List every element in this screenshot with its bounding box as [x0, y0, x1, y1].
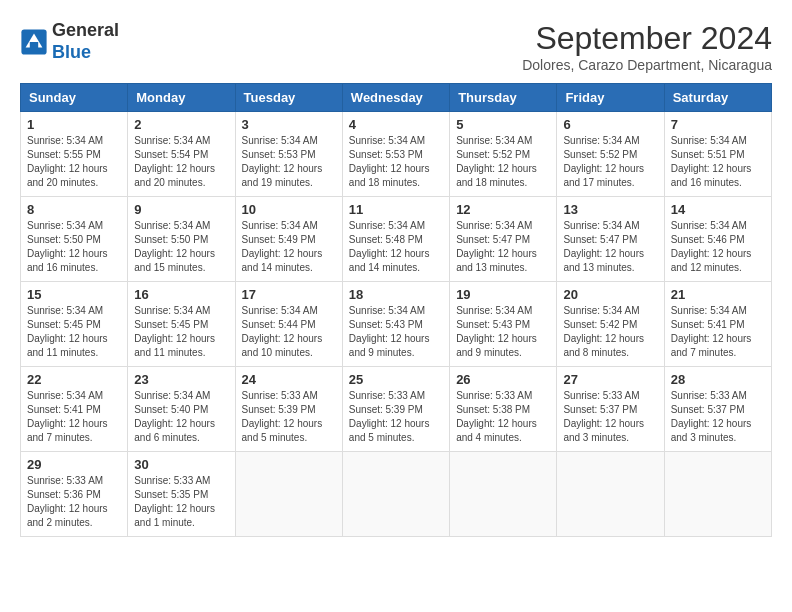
- day-info: Sunrise: 5:34 AM Sunset: 5:48 PM Dayligh…: [349, 219, 443, 275]
- day-cell-30: 30Sunrise: 5:33 AM Sunset: 5:35 PM Dayli…: [128, 452, 235, 537]
- day-number: 22: [27, 372, 121, 387]
- day-number: 14: [671, 202, 765, 217]
- day-number: 15: [27, 287, 121, 302]
- day-info: Sunrise: 5:34 AM Sunset: 5:53 PM Dayligh…: [242, 134, 336, 190]
- day-number: 24: [242, 372, 336, 387]
- day-info: Sunrise: 5:33 AM Sunset: 5:37 PM Dayligh…: [563, 389, 657, 445]
- day-cell-12: 12Sunrise: 5:34 AM Sunset: 5:47 PM Dayli…: [450, 197, 557, 282]
- day-number: 18: [349, 287, 443, 302]
- day-number: 8: [27, 202, 121, 217]
- day-cell-9: 9Sunrise: 5:34 AM Sunset: 5:50 PM Daylig…: [128, 197, 235, 282]
- day-cell-21: 21Sunrise: 5:34 AM Sunset: 5:41 PM Dayli…: [664, 282, 771, 367]
- col-header-friday: Friday: [557, 84, 664, 112]
- day-cell-20: 20Sunrise: 5:34 AM Sunset: 5:42 PM Dayli…: [557, 282, 664, 367]
- day-info: Sunrise: 5:34 AM Sunset: 5:52 PM Dayligh…: [563, 134, 657, 190]
- title-block: September 2024 Dolores, Carazo Departmen…: [522, 20, 772, 73]
- calendar-table: SundayMondayTuesdayWednesdayThursdayFrid…: [20, 83, 772, 537]
- day-number: 6: [563, 117, 657, 132]
- day-cell-18: 18Sunrise: 5:34 AM Sunset: 5:43 PM Dayli…: [342, 282, 449, 367]
- day-number: 11: [349, 202, 443, 217]
- day-number: 21: [671, 287, 765, 302]
- day-cell-23: 23Sunrise: 5:34 AM Sunset: 5:40 PM Dayli…: [128, 367, 235, 452]
- empty-cell: [664, 452, 771, 537]
- col-header-tuesday: Tuesday: [235, 84, 342, 112]
- col-header-sunday: Sunday: [21, 84, 128, 112]
- day-cell-22: 22Sunrise: 5:34 AM Sunset: 5:41 PM Dayli…: [21, 367, 128, 452]
- day-info: Sunrise: 5:34 AM Sunset: 5:44 PM Dayligh…: [242, 304, 336, 360]
- location-subtitle: Dolores, Carazo Department, Nicaragua: [522, 57, 772, 73]
- month-year-title: September 2024: [522, 20, 772, 57]
- day-cell-3: 3Sunrise: 5:34 AM Sunset: 5:53 PM Daylig…: [235, 112, 342, 197]
- day-info: Sunrise: 5:34 AM Sunset: 5:55 PM Dayligh…: [27, 134, 121, 190]
- day-number: 7: [671, 117, 765, 132]
- logo-blue-text: Blue: [52, 42, 119, 64]
- day-number: 19: [456, 287, 550, 302]
- day-number: 9: [134, 202, 228, 217]
- day-info: Sunrise: 5:34 AM Sunset: 5:40 PM Dayligh…: [134, 389, 228, 445]
- day-number: 25: [349, 372, 443, 387]
- day-cell-14: 14Sunrise: 5:34 AM Sunset: 5:46 PM Dayli…: [664, 197, 771, 282]
- logo-icon: [20, 28, 48, 56]
- day-number: 23: [134, 372, 228, 387]
- empty-cell: [557, 452, 664, 537]
- day-info: Sunrise: 5:34 AM Sunset: 5:43 PM Dayligh…: [456, 304, 550, 360]
- day-number: 2: [134, 117, 228, 132]
- day-number: 4: [349, 117, 443, 132]
- day-info: Sunrise: 5:34 AM Sunset: 5:43 PM Dayligh…: [349, 304, 443, 360]
- day-cell-29: 29Sunrise: 5:33 AM Sunset: 5:36 PM Dayli…: [21, 452, 128, 537]
- day-info: Sunrise: 5:33 AM Sunset: 5:39 PM Dayligh…: [242, 389, 336, 445]
- day-info: Sunrise: 5:34 AM Sunset: 5:47 PM Dayligh…: [563, 219, 657, 275]
- day-number: 26: [456, 372, 550, 387]
- day-info: Sunrise: 5:34 AM Sunset: 5:45 PM Dayligh…: [27, 304, 121, 360]
- day-number: 16: [134, 287, 228, 302]
- day-info: Sunrise: 5:34 AM Sunset: 5:50 PM Dayligh…: [27, 219, 121, 275]
- day-cell-10: 10Sunrise: 5:34 AM Sunset: 5:49 PM Dayli…: [235, 197, 342, 282]
- day-cell-4: 4Sunrise: 5:34 AM Sunset: 5:53 PM Daylig…: [342, 112, 449, 197]
- day-info: Sunrise: 5:34 AM Sunset: 5:51 PM Dayligh…: [671, 134, 765, 190]
- day-cell-11: 11Sunrise: 5:34 AM Sunset: 5:48 PM Dayli…: [342, 197, 449, 282]
- empty-cell: [342, 452, 449, 537]
- logo-general-text: General: [52, 20, 119, 42]
- day-number: 29: [27, 457, 121, 472]
- day-info: Sunrise: 5:34 AM Sunset: 5:45 PM Dayligh…: [134, 304, 228, 360]
- day-cell-27: 27Sunrise: 5:33 AM Sunset: 5:37 PM Dayli…: [557, 367, 664, 452]
- week-row-4: 22Sunrise: 5:34 AM Sunset: 5:41 PM Dayli…: [21, 367, 772, 452]
- day-cell-7: 7Sunrise: 5:34 AM Sunset: 5:51 PM Daylig…: [664, 112, 771, 197]
- col-header-wednesday: Wednesday: [342, 84, 449, 112]
- day-info: Sunrise: 5:33 AM Sunset: 5:35 PM Dayligh…: [134, 474, 228, 530]
- day-number: 30: [134, 457, 228, 472]
- day-info: Sunrise: 5:34 AM Sunset: 5:49 PM Dayligh…: [242, 219, 336, 275]
- day-cell-19: 19Sunrise: 5:34 AM Sunset: 5:43 PM Dayli…: [450, 282, 557, 367]
- day-info: Sunrise: 5:34 AM Sunset: 5:41 PM Dayligh…: [27, 389, 121, 445]
- col-header-saturday: Saturday: [664, 84, 771, 112]
- day-info: Sunrise: 5:34 AM Sunset: 5:52 PM Dayligh…: [456, 134, 550, 190]
- day-cell-25: 25Sunrise: 5:33 AM Sunset: 5:39 PM Dayli…: [342, 367, 449, 452]
- col-header-thursday: Thursday: [450, 84, 557, 112]
- week-row-5: 29Sunrise: 5:33 AM Sunset: 5:36 PM Dayli…: [21, 452, 772, 537]
- day-number: 12: [456, 202, 550, 217]
- day-number: 17: [242, 287, 336, 302]
- logo: General Blue: [20, 20, 119, 63]
- day-cell-28: 28Sunrise: 5:33 AM Sunset: 5:37 PM Dayli…: [664, 367, 771, 452]
- day-number: 1: [27, 117, 121, 132]
- empty-cell: [450, 452, 557, 537]
- day-info: Sunrise: 5:33 AM Sunset: 5:36 PM Dayligh…: [27, 474, 121, 530]
- day-cell-5: 5Sunrise: 5:34 AM Sunset: 5:52 PM Daylig…: [450, 112, 557, 197]
- day-number: 28: [671, 372, 765, 387]
- day-info: Sunrise: 5:34 AM Sunset: 5:54 PM Dayligh…: [134, 134, 228, 190]
- day-cell-17: 17Sunrise: 5:34 AM Sunset: 5:44 PM Dayli…: [235, 282, 342, 367]
- day-cell-24: 24Sunrise: 5:33 AM Sunset: 5:39 PM Dayli…: [235, 367, 342, 452]
- col-header-monday: Monday: [128, 84, 235, 112]
- day-info: Sunrise: 5:33 AM Sunset: 5:38 PM Dayligh…: [456, 389, 550, 445]
- day-info: Sunrise: 5:34 AM Sunset: 5:50 PM Dayligh…: [134, 219, 228, 275]
- day-cell-16: 16Sunrise: 5:34 AM Sunset: 5:45 PM Dayli…: [128, 282, 235, 367]
- day-number: 5: [456, 117, 550, 132]
- day-cell-8: 8Sunrise: 5:34 AM Sunset: 5:50 PM Daylig…: [21, 197, 128, 282]
- day-number: 10: [242, 202, 336, 217]
- day-info: Sunrise: 5:34 AM Sunset: 5:46 PM Dayligh…: [671, 219, 765, 275]
- day-number: 13: [563, 202, 657, 217]
- week-row-1: 1Sunrise: 5:34 AM Sunset: 5:55 PM Daylig…: [21, 112, 772, 197]
- day-info: Sunrise: 5:34 AM Sunset: 5:41 PM Dayligh…: [671, 304, 765, 360]
- day-info: Sunrise: 5:34 AM Sunset: 5:53 PM Dayligh…: [349, 134, 443, 190]
- day-cell-26: 26Sunrise: 5:33 AM Sunset: 5:38 PM Dayli…: [450, 367, 557, 452]
